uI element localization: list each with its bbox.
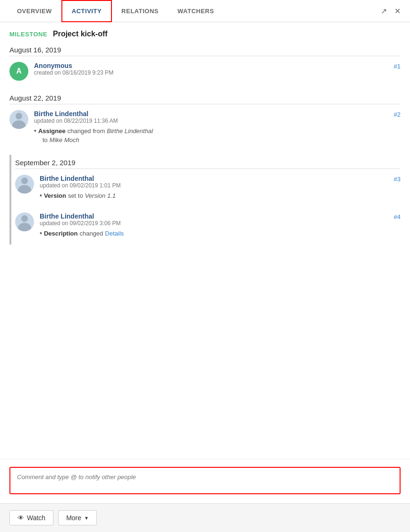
entry-number-2: #2 (394, 110, 401, 118)
entry-number-4: #4 (394, 212, 401, 220)
more-label: More (66, 514, 81, 522)
activity-item-2: Birthe Lindenthal updated on 08/22/2019 … (9, 104, 401, 151)
tab-overview[interactable]: OVERVIEW (8, 1, 61, 21)
date-section-sep2: September 2, 2019 Birthe Lindenthal upda… (9, 155, 401, 245)
tab-bar: OVERVIEW ACTIVITY RELATIONS WATCHERS ↗ ✕ (0, 0, 410, 22)
chevron-down-icon: ▼ (84, 515, 89, 521)
more-button[interactable]: More ▼ (58, 510, 97, 525)
bullet-3: • (40, 192, 42, 199)
change-item-version: • Version set to Version 1.1 (40, 192, 394, 199)
change-to-text: to (43, 136, 48, 144)
activity-body-4: Birthe Lindenthal updated on 09/02/2019 … (40, 212, 394, 239)
milestone-title: Project kick-off (53, 30, 108, 38)
date-section-aug16: August 16, 2019 A Anonymous created on 0… (9, 42, 401, 86)
date-section-aug22: August 22, 2019 Birthe Lindenthal update… (9, 90, 401, 151)
footer: 👁 Watch More ▼ (0, 503, 410, 532)
activity-body-3: Birthe Lindenthal updated on 09/02/2019 … (40, 175, 394, 201)
avatar-anonymous: A (9, 62, 28, 81)
change-text-version: set to (68, 192, 83, 199)
comment-section (0, 459, 410, 503)
milestone-header: MILESTONE Project kick-off (9, 30, 401, 38)
change-item-description: • Description changed Details (40, 229, 394, 237)
activity-item-4: Birthe Lindenthal updated on 09/02/2019 … (15, 207, 401, 245)
meta-1: created on 08/16/2019 9:23 PM (34, 69, 394, 76)
change-to-row: to Mike Moch (43, 136, 394, 144)
change-label-assignee: Assignee (38, 127, 66, 135)
main-container: OVERVIEW ACTIVITY RELATIONS WATCHERS ↗ ✕… (0, 0, 410, 532)
author-birthe-2[interactable]: Birthe Lindenthal (34, 110, 394, 118)
author-anonymous[interactable]: Anonymous (34, 62, 394, 69)
change-text-from: changed from (68, 127, 105, 135)
author-birthe-3[interactable]: Birthe Lindenthal (40, 175, 394, 182)
entry-number-1: #1 (394, 62, 401, 70)
changes-2: • Assignee changed from Birthe Lindentha… (34, 127, 394, 144)
meta-3: updated on 09/02/2019 1:01 PM (40, 182, 394, 189)
change-text-desc: changed (79, 230, 103, 237)
date-label-sep2: September 2, 2019 (15, 155, 401, 169)
tab-watchers[interactable]: WATCHERS (168, 1, 223, 21)
change-link-details[interactable]: Details (105, 230, 124, 237)
main-content: MILESTONE Project kick-off August 16, 20… (0, 22, 410, 459)
activity-body-1: Anonymous created on 08/16/2019 9:23 PM (34, 62, 394, 79)
changes-4: • Description changed Details (40, 229, 394, 237)
changes-3: • Version set to Version 1.1 (40, 192, 394, 199)
change-version-value: Version 1.1 (85, 192, 116, 199)
activity-item-1: A Anonymous created on 08/16/2019 9:23 P… (9, 56, 401, 86)
meta-2: updated on 08/22/2019 11:36 AM (34, 118, 394, 124)
watch-label: Watch (27, 514, 45, 522)
change-to-value: Mike Moch (50, 136, 79, 144)
bullet-4: • (40, 229, 42, 237)
close-button[interactable]: ✕ (393, 5, 402, 17)
activity-item-3: Birthe Lindenthal updated on 09/02/2019 … (15, 169, 401, 207)
milestone-label: MILESTONE (9, 31, 47, 38)
avatar-birthe-4 (15, 212, 34, 231)
eye-icon: 👁 (17, 514, 24, 522)
change-label-desc: Description (44, 230, 78, 237)
date-label-aug16: August 16, 2019 (9, 42, 401, 56)
author-birthe-4[interactable]: Birthe Lindenthal (40, 212, 394, 220)
change-item-assignee: • Assignee changed from Birthe Lindentha… (34, 127, 394, 135)
tab-activity[interactable]: ACTIVITY (61, 0, 112, 22)
avatar-birthe-3 (15, 175, 34, 194)
avatar-birthe-2 (9, 110, 28, 129)
date-label-aug22: August 22, 2019 (9, 90, 401, 104)
entry-number-3: #3 (394, 175, 401, 183)
watch-button[interactable]: 👁 Watch (9, 510, 53, 525)
activity-body-2: Birthe Lindenthal updated on 08/22/2019 … (34, 110, 394, 145)
meta-4: updated on 09/02/2019 3:06 PM (40, 220, 394, 227)
bullet-2: • (34, 127, 36, 135)
tab-relations[interactable]: RELATIONS (112, 1, 168, 21)
comment-input[interactable] (9, 467, 401, 494)
tab-actions: ↗ ✕ (379, 5, 402, 17)
expand-button[interactable]: ↗ (379, 5, 389, 17)
change-from-value: Birthe Lindenthal (107, 127, 153, 135)
change-label-version: Version (44, 192, 66, 199)
